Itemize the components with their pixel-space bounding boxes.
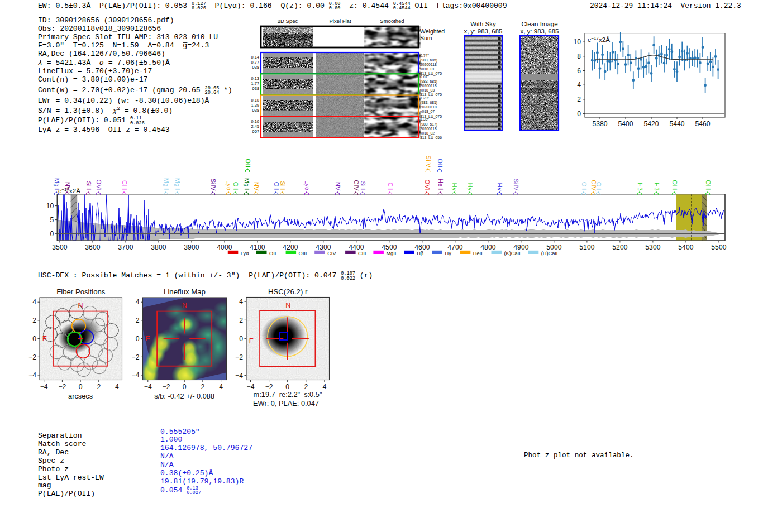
svg-text:s/b: -0.42 +/- 0.088: s/b: -0.42 +/- 0.088 (154, 392, 214, 400)
svg-text:4: 4 (323, 383, 327, 391)
svg-text:Lyα: Lyα (226, 180, 232, 191)
svg-text:0: 0 (239, 335, 243, 343)
svg-text:OVI: OVI (96, 180, 102, 191)
svg-text:OII: OII (581, 182, 588, 191)
svg-text:5420: 5420 (643, 120, 659, 128)
svg-text:Weighted: Weighted (420, 28, 445, 35)
svg-text:20200118: 20200118 (420, 127, 437, 131)
svg-text:N: N (285, 301, 290, 309)
svg-text:5460: 5460 (695, 120, 710, 128)
svg-text:−4: −4 (235, 372, 243, 380)
svg-text:−2: −2 (235, 353, 243, 361)
svg-text:038: 038 (252, 86, 259, 91)
svg-text:SiII: SiII (85, 181, 92, 191)
svg-text:arcsecs: arcsecs (68, 392, 93, 400)
svg-text:OII: OII (273, 182, 280, 191)
svg-text:CIV: CIV (327, 251, 336, 256)
svg-text:E: E (249, 337, 254, 345)
svg-text:OII: OII (595, 182, 602, 191)
svg-text:5200: 5200 (612, 243, 627, 251)
svg-text:NV: NV (335, 182, 341, 191)
svg-text:10: 10 (573, 38, 581, 46)
svg-text:OIII: OIII (671, 180, 678, 191)
svg-text:Clean Image: Clean Image (521, 21, 557, 27)
svg-text:4800: 4800 (480, 243, 495, 251)
svg-text:4: 4 (219, 383, 223, 391)
svg-text:2: 2 (201, 383, 205, 391)
svg-text:HeII: HeII (473, 251, 483, 256)
svg-text:0.10: 0.10 (251, 98, 259, 103)
svg-text:SiII: SiII (279, 181, 286, 191)
svg-text:−2: −2 (28, 353, 36, 361)
svg-text:20200118: 20200118 (420, 63, 437, 66)
svg-text:CIII: CIII (121, 180, 128, 191)
svg-text:e−17x2Å: e−17x2Å (588, 36, 610, 43)
svg-text:4: 4 (136, 298, 140, 306)
svg-text:4200: 4200 (283, 243, 298, 251)
svg-text:MgII: MgII (174, 178, 181, 191)
svg-text:5380: 5380 (592, 120, 607, 128)
svg-text:038: 038 (252, 108, 259, 113)
svg-text:−2: −2 (132, 353, 140, 361)
svg-text:4: 4 (577, 81, 581, 89)
svg-text:−4: −4 (144, 383, 152, 391)
svg-text:1.77: 1.77 (251, 81, 259, 86)
svg-text:E: E (42, 335, 47, 343)
svg-text:v018_01: v018_01 (420, 67, 435, 71)
svg-text:(983, 685): (983, 685) (420, 79, 437, 84)
svg-text:Sum: Sum (420, 35, 432, 41)
svg-text:3900: 3900 (184, 243, 199, 251)
svg-text:OII: OII (245, 159, 251, 167)
svg-text:CII: CII (387, 183, 394, 191)
svg-text:x, y: 983, 685: x, y: 983, 685 (520, 28, 559, 35)
svg-text:5100: 5100 (579, 243, 594, 251)
svg-text:038: 038 (252, 65, 259, 70)
svg-text:Fiber Positions: Fiber Positions (56, 287, 106, 296)
svg-text:5500: 5500 (711, 243, 726, 251)
svg-text:Hβ: Hβ (654, 183, 660, 191)
svg-text:MgII: MgII (163, 178, 170, 191)
svg-text:4000: 4000 (217, 243, 232, 251)
svg-text:v018_07: v018_07 (420, 109, 435, 114)
svg-text:v018_02: v018_02 (420, 131, 435, 136)
svg-text:3500: 3500 (52, 243, 67, 251)
svg-text:Hγ: Hγ (445, 251, 452, 256)
svg-text:CIII: CIII (358, 251, 366, 256)
svg-text:313_LU_056: 313_LU_056 (420, 136, 442, 140)
svg-text:EWr: 0, PLAE: 0.047: EWr: 0, PLAE: 0.047 (253, 399, 319, 408)
svg-text:20200118: 20200118 (420, 105, 437, 109)
svg-text:Pixel Flat: Pixel Flat (329, 18, 351, 24)
svg-text:0: 0 (32, 335, 36, 343)
svg-text:(K)CaII: (K)CaII (504, 251, 521, 256)
svg-text:3800: 3800 (151, 243, 166, 251)
svg-text:NV: NV (253, 182, 260, 191)
svg-text:OVI: OVI (424, 180, 431, 191)
svg-text:−4: −4 (28, 371, 36, 379)
svg-text:−4: −4 (40, 383, 48, 391)
svg-text:0.14: 0.14 (251, 55, 259, 60)
svg-text:0: 0 (136, 335, 140, 343)
svg-text:Smoothed: Smoothed (380, 18, 404, 24)
svg-text:N: N (182, 301, 187, 309)
svg-text:20200118: 20200118 (420, 84, 437, 88)
svg-text:Hβ: Hβ (637, 183, 643, 191)
svg-text:CIV: CIV (353, 180, 360, 191)
svg-text:SiIV: SiIV (425, 155, 432, 167)
svg-text:2: 2 (97, 383, 101, 391)
svg-text:2: 2 (136, 317, 140, 324)
svg-text:0: 0 (183, 383, 187, 391)
svg-text:8: 8 (577, 52, 581, 60)
svg-text:Hβ: Hβ (417, 251, 423, 256)
svg-text:5400: 5400 (618, 120, 633, 128)
svg-text:5440: 5440 (669, 120, 684, 128)
svg-text:MgII: MgII (244, 178, 250, 191)
svg-text:HeII: HeII (437, 179, 444, 191)
svg-text:OII: OII (269, 251, 276, 256)
svg-text:N: N (78, 301, 83, 309)
svg-text:4: 4 (115, 383, 119, 391)
svg-text:m:19.7 re:2.2" s:0.5": m:19.7 re:2.2" s:0.5" (254, 390, 322, 399)
svg-text:−4: −4 (247, 383, 255, 391)
svg-text:OIII: OIII (705, 180, 712, 191)
svg-text:With Sky: With Sky (470, 21, 496, 27)
svg-text:3600: 3600 (85, 243, 100, 251)
